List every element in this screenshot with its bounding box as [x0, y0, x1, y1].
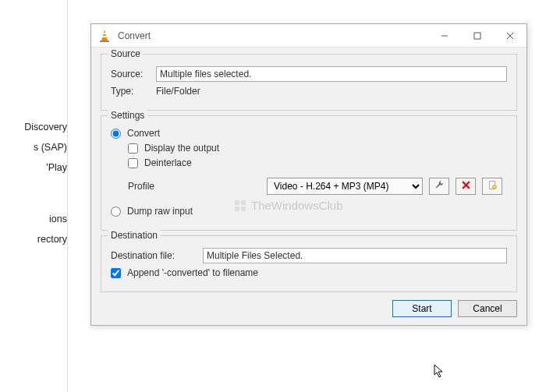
deinterlace-label: Deinterlace: [144, 157, 192, 168]
source-label: Source:: [111, 69, 150, 79]
convert-dialog: Convert Source Source: Type: File/Folder: [90, 23, 527, 326]
maximize-button[interactable]: [461, 25, 494, 47]
svg-point-11: [492, 185, 496, 189]
convert-radio-label: Convert: [127, 128, 160, 139]
destination-legend: Destination: [108, 230, 161, 241]
destination-group: Destination Destination file: Append '-c…: [101, 235, 517, 292]
display-output-checkbox[interactable]: [128, 143, 138, 154]
close-button[interactable]: [494, 25, 526, 47]
svg-rect-5: [474, 33, 480, 39]
delete-profile-button[interactable]: [456, 178, 476, 195]
profile-label: Profile: [128, 181, 261, 192]
convert-radio[interactable]: [111, 129, 121, 139]
new-profile-button[interactable]: [482, 178, 502, 195]
cursor-icon: [434, 364, 445, 378]
bg-item: ions: [0, 209, 70, 229]
bg-item: rectory: [0, 229, 70, 249]
titlebar: Convert: [91, 24, 526, 48]
destination-file-input[interactable]: [203, 248, 507, 263]
type-label: Type:: [111, 86, 150, 97]
delete-x-icon: [462, 181, 470, 192]
source-legend: Source: [108, 48, 144, 59]
dump-radio-label: Dump raw input: [127, 206, 193, 217]
svg-rect-3: [100, 41, 109, 42]
vlc-cone-icon: [98, 29, 112, 43]
edit-profile-button[interactable]: [429, 178, 449, 195]
window-title: Convert: [118, 30, 151, 41]
wrench-icon: [434, 180, 445, 192]
type-value: File/Folder: [156, 86, 200, 97]
display-output-label: Display the output: [144, 143, 219, 154]
dialog-body: Source Source: Type: File/Folder Setting…: [91, 48, 526, 325]
svg-rect-2: [102, 36, 107, 37]
new-doc-icon: [488, 180, 498, 192]
svg-marker-0: [101, 30, 108, 41]
deinterlace-checkbox[interactable]: [128, 158, 138, 168]
profile-select[interactable]: Video - H.264 + MP3 (MP4): [267, 178, 423, 195]
bg-item: 'Play: [0, 157, 70, 178]
source-input[interactable]: [156, 66, 507, 82]
dump-radio[interactable]: [111, 207, 121, 217]
settings-group: Settings Convert Display the output Dein…: [101, 115, 517, 231]
bg-sidebar: Discovery s (SAP) 'Play ions rectory: [0, 117, 70, 249]
bg-item: Discovery: [0, 117, 70, 137]
cancel-button[interactable]: Cancel: [458, 300, 517, 317]
destination-file-label: Destination file:: [111, 250, 197, 261]
source-group: Source Source: Type: File/Folder: [101, 54, 517, 111]
minimize-button[interactable]: [428, 25, 461, 47]
bg-item: s (SAP): [0, 137, 70, 157]
bg-spacer: [0, 178, 70, 209]
button-row: Start Cancel: [101, 300, 517, 317]
settings-legend: Settings: [108, 110, 147, 121]
svg-rect-1: [103, 33, 107, 34]
append-converted-checkbox[interactable]: [111, 268, 121, 278]
start-button[interactable]: Start: [392, 300, 452, 317]
append-converted-label: Append '-converted' to filename: [127, 267, 258, 278]
